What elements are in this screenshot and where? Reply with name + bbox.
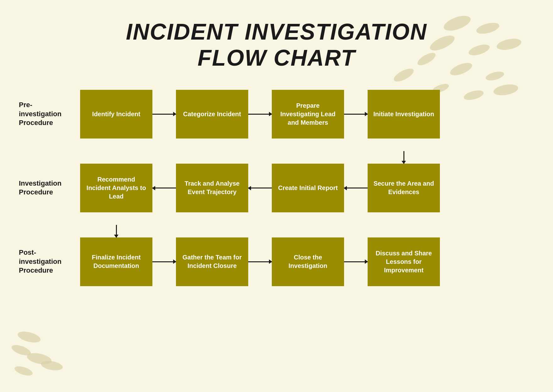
arrow-h-3-3 (344, 261, 368, 262)
box-categorize-incident: Categorize Incident (176, 90, 248, 139)
flowchart: Pre-investigationProcedure Identify Inci… (0, 90, 553, 299)
box-initiate-investigation: Initiate Investigation (368, 90, 440, 139)
row-investigation: Investigation Procedure Recommend Incide… (19, 164, 534, 212)
title-line1: INCIDENT INVESTIGATION (0, 19, 553, 45)
arrow-h-2-3 (344, 188, 368, 188)
box-discuss-lessons: Discuss and Share Lessons for Improvemen… (368, 237, 440, 286)
row-post-investigation: Post-investigationProcedure Finalize Inc… (19, 237, 534, 286)
boxes-inv: Recommend Incident Analysts to Lead Trac… (80, 164, 534, 212)
arrow-h-1-1 (152, 114, 176, 115)
box-secure-area: Secure the Area and Evidences (368, 164, 440, 212)
box-gather-team: Gather the Team for Incident Closure (176, 237, 248, 286)
label-investigation: Investigation Procedure (19, 179, 80, 197)
arrow-h-1-3 (344, 114, 368, 115)
boxes-pre: Identify Incident Categorize Incident Pr… (80, 90, 534, 139)
box-recommend-analysts: Recommend Incident Analysts to Lead (80, 164, 152, 212)
arrow-h-2-1 (152, 188, 176, 188)
box-track-analyse: Track and Analyse Event Trajectory (176, 164, 248, 212)
vertical-arrow-row1 (19, 151, 534, 164)
title-line2: FLOW CHART (0, 45, 553, 71)
arrow-h-3-1 (152, 261, 176, 262)
vertical-arrow-1 (403, 151, 404, 164)
arrow-h-3-2 (248, 261, 272, 262)
box-prepare-lead: Prepare Investigating Lead and Members (272, 90, 344, 139)
boxes-post: Finalize Incident Documentation Gather t… (80, 237, 534, 286)
page-title: INCIDENT INVESTIGATION FLOW CHART (0, 0, 553, 71)
box-finalize-docs: Finalize Incident Documentation (80, 237, 152, 286)
arrow-h-1-2 (248, 114, 272, 115)
box-close-investigation: Close the Investigation (272, 237, 344, 286)
box-identify-incident: Identify Incident (80, 90, 152, 139)
arrow-h-2-2 (248, 188, 272, 188)
label-pre-investigation: Pre-investigationProcedure (19, 101, 80, 128)
label-post-investigation: Post-investigationProcedure (19, 248, 80, 275)
box-create-report: Create Initial Report (272, 164, 344, 212)
vertical-arrow-row2 (19, 225, 534, 237)
row-pre-investigation: Pre-investigationProcedure Identify Inci… (19, 90, 534, 139)
vertical-arrow-2 (116, 225, 117, 237)
